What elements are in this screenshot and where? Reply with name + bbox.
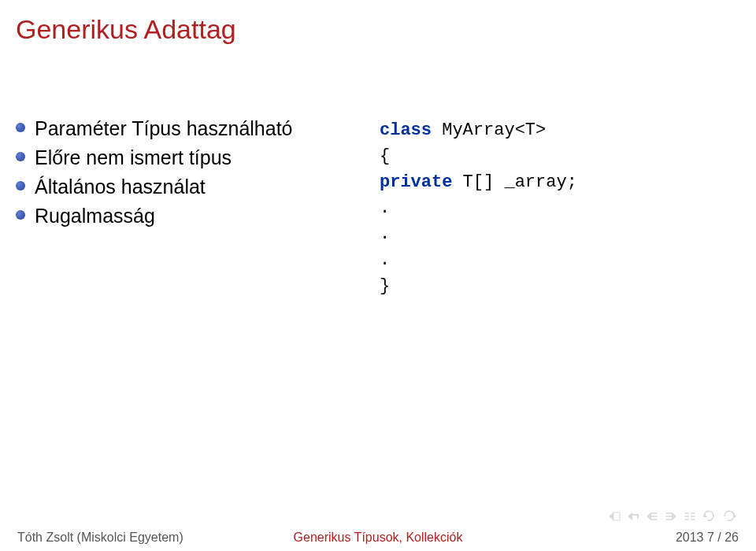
bullet-text: Rugalmasság (35, 205, 155, 227)
footer: Tóth Zsolt (Miskolci Egyetem) Generikus … (0, 524, 756, 551)
content-area: Paraméter Típus használható Előre nem is… (0, 45, 756, 299)
bullet-icon (16, 181, 25, 190)
bullet-text: Előre nem ismert típus (35, 146, 232, 169)
slide-title: Generikus Adattag (0, 0, 756, 45)
keyword-class: class (380, 120, 432, 140)
nav-icons (606, 510, 739, 523)
left-column: Paraméter Típus használható Előre nem is… (16, 117, 378, 299)
nav-last-icon[interactable] (682, 512, 698, 521)
nav-prev-icon[interactable] (625, 512, 641, 521)
code-text: T[] _array; (452, 172, 576, 192)
footer-title: Generikus Típusok, Kollekciók (294, 531, 463, 545)
code-block: class MyArray<T> { private T[] _array; .… (378, 117, 740, 299)
bullet-text: Paraméter Típus használható (35, 117, 293, 140)
keyword-private: private (380, 172, 452, 192)
redo-icon[interactable] (721, 510, 739, 523)
bullet-icon (16, 152, 25, 161)
code-text: } (380, 276, 390, 296)
bullet-text: Általános használat (35, 176, 206, 198)
bullet-list: Paraméter Típus használható Előre nem is… (16, 117, 370, 227)
footer-page: 2013 7 / 26 (676, 531, 739, 545)
bullet-icon (16, 210, 25, 220)
list-item: Paraméter Típus használható (16, 117, 370, 140)
code-text: MyArray<T> (432, 120, 546, 140)
nav-first-icon[interactable] (606, 512, 622, 521)
nav-next-icon[interactable] (663, 512, 679, 521)
code-text: { (380, 146, 390, 166)
list-item: Általános használat (16, 176, 370, 198)
bullet-icon (16, 123, 25, 132)
list-item: Rugalmasság (16, 205, 370, 227)
svg-rect-0 (613, 512, 620, 520)
nav-prev2-icon[interactable] (644, 512, 660, 521)
footer-author: Tóth Zsolt (Miskolci Egyetem) (17, 531, 183, 545)
list-item: Előre nem ismert típus (16, 146, 370, 169)
code-text: . (380, 250, 390, 270)
undo-icon[interactable] (701, 510, 718, 523)
code-text: . (380, 198, 390, 218)
code-text: . (380, 224, 390, 244)
